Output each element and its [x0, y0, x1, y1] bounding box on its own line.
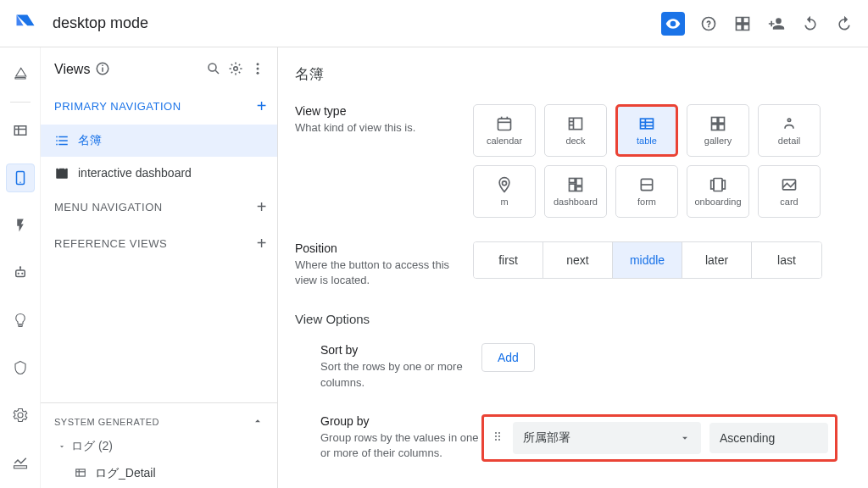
main-content: 名簿 View type What kind of view this is. …	[278, 47, 868, 488]
position-row: firstnextmiddlelaterlast	[473, 241, 822, 279]
preview-icon[interactable]	[661, 12, 685, 36]
svg-point-55	[498, 432, 500, 434]
drag-handle-icon[interactable]	[491, 430, 504, 446]
nav-item-meibo[interactable]: 名簿	[41, 125, 277, 157]
more-vert-icon[interactable]	[250, 61, 267, 78]
svg-point-54	[495, 432, 497, 434]
view-type-form[interactable]: form	[615, 165, 678, 218]
svg-rect-47	[576, 187, 582, 191]
rail-intelligence-icon[interactable]	[6, 306, 35, 335]
rail-manage-icon[interactable]	[6, 448, 35, 477]
view-type-gallery[interactable]: gallery	[687, 104, 749, 157]
calendar-icon	[496, 115, 513, 132]
position-later[interactable]: later	[682, 242, 752, 278]
view-type-label: onboarding	[694, 197, 741, 207]
appsheet-logo	[14, 12, 37, 36]
section-reference-label: REFERENCE VIEWS	[54, 237, 167, 250]
collapse-icon[interactable]	[252, 415, 264, 429]
add-menu-icon[interactable]: +	[257, 197, 267, 217]
svg-point-16	[234, 67, 238, 71]
view-type-deck[interactable]: deck	[544, 104, 607, 157]
view-type-m[interactable]: m	[473, 165, 536, 218]
svg-point-57	[498, 435, 500, 437]
svg-rect-12	[103, 68, 104, 72]
view-type-detail[interactable]: detail	[758, 104, 821, 157]
grid-icon[interactable]	[732, 14, 753, 34]
svg-point-56	[495, 435, 497, 437]
field-position: Position Where the button to access this…	[295, 241, 868, 288]
position-next[interactable]: next	[543, 242, 613, 278]
position-last[interactable]: last	[752, 242, 821, 278]
view-type-calendar[interactable]: calendar	[473, 104, 536, 157]
rail-data-icon[interactable]	[6, 116, 35, 145]
group-by-row: 所属部署 Ascending	[481, 414, 837, 462]
rail-home-icon[interactable]	[6, 59, 35, 88]
rail-views-icon[interactable]	[6, 164, 35, 192]
rail-automation-icon[interactable]	[6, 258, 35, 287]
section-reference-views[interactable]: REFERENCE VIEWS +	[41, 225, 277, 262]
add-reference-icon[interactable]: +	[257, 234, 267, 253]
svg-rect-21	[58, 167, 60, 169]
redo-icon[interactable]	[834, 14, 854, 34]
calendar-solid-icon	[54, 165, 70, 180]
view-type-onboarding[interactable]: onboarding	[687, 165, 749, 218]
system-generated: SYSTEM GENERATED ログ (2) ログ_Detail	[41, 402, 277, 488]
section-menu-nav[interactable]: MENU NAVIGATION +	[41, 189, 277, 225]
svg-rect-51	[711, 180, 714, 189]
add-person-icon[interactable]	[766, 14, 787, 34]
view-type-label: deck	[565, 136, 585, 146]
section-primary-nav[interactable]: PRIMARY NAVIGATION +	[41, 88, 277, 125]
onboarding-icon	[709, 176, 726, 193]
section-menu-label: MENU NAVIGATION	[54, 201, 163, 214]
nav-item-label: 名簿	[78, 133, 102, 148]
svg-point-9	[19, 266, 20, 268]
field-view-type: View type What kind of view this is. cal…	[295, 104, 868, 218]
view-type-title: View type	[295, 104, 473, 118]
view-options-title: View Options	[295, 312, 868, 326]
svg-rect-46	[570, 184, 576, 191]
view-type-label: form	[637, 197, 656, 207]
svg-rect-39	[719, 118, 725, 124]
rail-settings-icon[interactable]	[6, 401, 35, 430]
position-middle[interactable]: middle	[613, 242, 682, 278]
sysgen-sub-item[interactable]: ログ_Detail	[41, 459, 277, 488]
undo-icon[interactable]	[800, 14, 821, 34]
svg-point-17	[257, 63, 259, 65]
nav-item-dashboard[interactable]: interactive dashboard	[41, 157, 277, 189]
add-sort-button[interactable]: Add	[481, 343, 535, 372]
view-type-table[interactable]: table	[615, 104, 678, 157]
card-icon	[781, 176, 798, 193]
svg-point-4	[19, 182, 21, 184]
add-primary-icon[interactable]: +	[257, 97, 267, 116]
sysgen-group[interactable]: ログ (2)	[41, 434, 277, 459]
group-by-order-value: Ascending	[720, 431, 775, 445]
info-icon[interactable]	[95, 61, 112, 78]
sysgen-header[interactable]: SYSTEM GENERATED	[41, 403, 277, 434]
triangle-down-icon	[58, 440, 66, 453]
position-first[interactable]: first	[474, 242, 543, 278]
view-type-label: calendar	[487, 136, 522, 146]
svg-rect-52	[722, 180, 725, 189]
deck-icon	[567, 115, 584, 132]
mode-title: desktop mode	[53, 14, 148, 32]
group-by-select[interactable]: 所属部署	[513, 422, 701, 454]
topbar-actions	[661, 12, 854, 36]
view-type-label: m	[500, 197, 508, 207]
gear-icon[interactable]	[228, 61, 245, 78]
rail-actions-icon[interactable]	[6, 211, 35, 240]
rail-security-icon[interactable]	[6, 353, 35, 382]
svg-point-59	[498, 439, 500, 441]
view-type-label: detail	[778, 136, 800, 146]
svg-rect-26	[498, 119, 511, 130]
svg-line-15	[215, 70, 219, 74]
svg-point-14	[209, 64, 216, 71]
view-type-label: dashboard	[554, 197, 598, 207]
form-icon	[638, 176, 655, 193]
search-icon[interactable]	[206, 61, 223, 78]
position-title: Position	[295, 241, 473, 255]
view-type-dashboard[interactable]: dashboard	[544, 165, 607, 218]
svg-rect-50	[714, 179, 722, 191]
help-icon[interactable]	[698, 14, 719, 34]
view-type-card[interactable]: card	[758, 165, 821, 218]
group-by-order[interactable]: Ascending	[709, 423, 828, 453]
